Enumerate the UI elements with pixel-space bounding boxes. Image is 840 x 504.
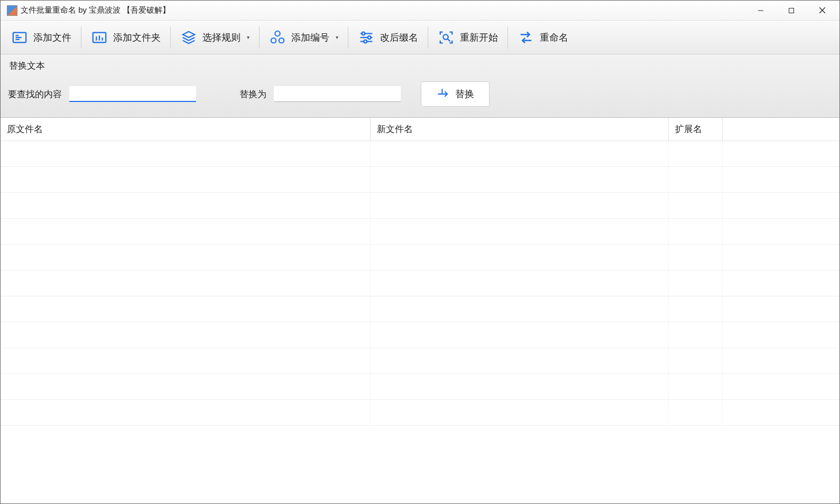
- column-extension[interactable]: 扩展名: [669, 118, 723, 141]
- folder-icon: [91, 29, 108, 46]
- separator: [81, 26, 81, 49]
- table-cell: [1, 348, 371, 374]
- replace-button[interactable]: 替换: [421, 81, 490, 107]
- scan-search-icon: [438, 29, 455, 46]
- table-cell: [669, 219, 723, 244]
- add-folder-label: 添加文件夹: [113, 31, 161, 44]
- table-cell: [1, 167, 371, 192]
- close-icon: [819, 7, 826, 14]
- titlebar: 文件批量重命名 by 宝鼎波波 【吾爱破解】: [1, 1, 839, 21]
- separator: [507, 26, 508, 49]
- table-cell: [1, 322, 371, 348]
- column-original-name[interactable]: 原文件名: [1, 118, 371, 141]
- replace-row: 要查找的内容 替换为 替换: [8, 81, 832, 107]
- svg-line-23: [448, 39, 450, 41]
- close-button[interactable]: [807, 1, 837, 20]
- add-number-dropdown[interactable]: 添加编号 ▾: [262, 25, 346, 50]
- table-cell: [1, 270, 371, 296]
- table-cell: [669, 245, 723, 270]
- app-icon: [7, 5, 17, 16]
- column-new-name[interactable]: 新文件名: [371, 118, 669, 141]
- svg-point-19: [368, 36, 371, 39]
- separator: [170, 26, 171, 49]
- table-cell: [669, 322, 723, 348]
- sliders-icon: [358, 29, 375, 46]
- table-cell: [1, 245, 371, 270]
- table-row[interactable]: [1, 322, 839, 348]
- replace-arrow-icon: [436, 87, 450, 101]
- svg-point-17: [362, 32, 365, 35]
- replace-input[interactable]: [274, 86, 401, 102]
- layers-icon: [180, 29, 197, 46]
- replace-button-label: 替换: [455, 88, 474, 100]
- svg-point-13: [275, 31, 280, 35]
- table-row[interactable]: [1, 296, 839, 322]
- restart-label: 重新开始: [460, 31, 498, 44]
- app-window: 文件批量重命名 by 宝鼎波波 【吾爱破解】 添加文件 添加文件: [0, 0, 840, 504]
- find-label: 要查找的内容: [8, 88, 62, 100]
- table-cell: [669, 296, 723, 322]
- table-cell: [1, 374, 371, 399]
- table-row[interactable]: [1, 400, 839, 426]
- grid-body: [1, 141, 839, 426]
- table-cell: [669, 193, 723, 218]
- table-cell: [371, 219, 669, 244]
- table-cell: [371, 270, 669, 296]
- minimize-button[interactable]: [745, 1, 776, 20]
- table-cell: [371, 374, 669, 399]
- select-rule-dropdown[interactable]: 选择规则 ▾: [173, 25, 257, 50]
- table-row[interactable]: [1, 219, 839, 245]
- add-file-label: 添加文件: [33, 31, 71, 44]
- table-cell: [669, 400, 723, 425]
- rename-button[interactable]: 重命名: [510, 25, 576, 50]
- separator: [348, 26, 348, 49]
- file-grid[interactable]: 原文件名 新文件名 扩展名: [1, 118, 839, 503]
- table-row[interactable]: [1, 348, 839, 374]
- table-cell: [669, 167, 723, 192]
- table-cell: [669, 270, 723, 296]
- table-cell: [669, 141, 723, 166]
- table-cell: [371, 193, 669, 218]
- table-cell: [1, 141, 371, 166]
- table-row[interactable]: [1, 193, 839, 219]
- refresh-icon: [518, 29, 534, 46]
- change-extension-button[interactable]: 改后缀名: [350, 25, 426, 50]
- replace-text-panel: 替换文本 要查找的内容 替换为 替换: [1, 54, 839, 118]
- svg-point-14: [271, 38, 276, 42]
- find-input[interactable]: [69, 86, 196, 102]
- table-row[interactable]: [1, 374, 839, 400]
- toolbar: 添加文件 添加文件夹 选择规则 ▾ 添加编号 ▾: [1, 21, 839, 54]
- table-cell: [669, 348, 723, 374]
- table-cell: [1, 296, 371, 322]
- maximize-icon: [788, 7, 795, 14]
- separator: [259, 26, 260, 49]
- table-cell: [371, 167, 669, 192]
- select-rule-label: 选择规则: [202, 31, 241, 44]
- grid-header: 原文件名 新文件名 扩展名: [1, 118, 839, 141]
- table-cell: [1, 219, 371, 244]
- file-plus-icon: [11, 29, 28, 46]
- minimize-icon: [758, 7, 764, 14]
- maximize-button[interactable]: [776, 1, 807, 20]
- add-file-button[interactable]: 添加文件: [4, 25, 79, 50]
- window-title: 文件批量重命名 by 宝鼎波波 【吾爱破解】: [21, 5, 745, 15]
- rename-label: 重命名: [540, 31, 568, 44]
- table-row[interactable]: [1, 167, 839, 193]
- change-extension-label: 改后缀名: [380, 31, 418, 44]
- table-cell: [371, 400, 669, 425]
- svg-rect-1: [789, 8, 794, 13]
- svg-point-22: [443, 34, 448, 39]
- add-number-label: 添加编号: [291, 31, 329, 44]
- restart-button[interactable]: 重新开始: [430, 25, 505, 50]
- table-cell: [371, 141, 669, 166]
- add-folder-button[interactable]: 添加文件夹: [84, 25, 168, 50]
- table-row[interactable]: [1, 270, 839, 296]
- table-row[interactable]: [1, 245, 839, 270]
- table-cell: [371, 322, 669, 348]
- window-controls: [745, 1, 837, 20]
- table-cell: [371, 296, 669, 322]
- replace-panel-title: 替换文本: [8, 60, 832, 72]
- svg-marker-12: [183, 31, 195, 37]
- table-row[interactable]: [1, 141, 839, 167]
- replace-with-label: 替换为: [239, 88, 266, 100]
